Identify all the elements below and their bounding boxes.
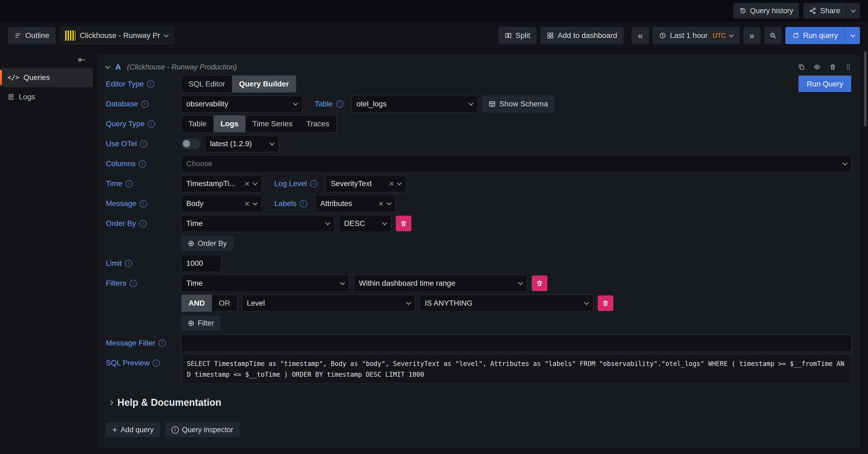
table-select[interactable]: otel_logs	[351, 95, 478, 113]
or-option[interactable]: OR	[212, 295, 237, 311]
duplicate-query-icon[interactable]	[798, 64, 805, 70]
sql-editor-option[interactable]: SQL Editor	[182, 75, 232, 92]
time-range-forward-button[interactable]: »	[743, 27, 761, 44]
query-builder-option[interactable]: Query Builder	[232, 75, 296, 92]
remove-filter2-button[interactable]	[598, 295, 613, 311]
collapse-query-icon[interactable]	[105, 64, 110, 69]
order-by-direction-select[interactable]: DESC	[339, 215, 392, 232]
database-select[interactable]: observability	[181, 95, 302, 113]
page-scrollbar[interactable]	[864, 51, 867, 126]
share-options-caret[interactable]	[846, 3, 860, 19]
row-database-table: Database i observability Table i otel_lo…	[106, 95, 852, 113]
query-ref-id[interactable]: A	[115, 62, 121, 72]
run-query-inline-button[interactable]: Run Query	[798, 75, 852, 93]
disable-query-eye-icon[interactable]	[814, 64, 820, 70]
trash-icon	[536, 280, 543, 287]
log-level-select[interactable]: SeverityText ×	[326, 175, 406, 192]
and-option[interactable]: AND	[182, 295, 212, 311]
split-button[interactable]: Split	[498, 27, 536, 44]
sidebar-item-queries[interactable]: </> Queries	[0, 68, 93, 87]
query-type-logs-option[interactable]: Logs	[214, 116, 246, 132]
remove-filter1-button[interactable]	[532, 275, 547, 291]
run-query-button[interactable]: Run query	[785, 27, 845, 44]
info-icon[interactable]: i	[125, 260, 132, 267]
plus-circle-icon: ⊕	[188, 239, 194, 247]
clear-icon[interactable]: ×	[389, 179, 394, 188]
query-type-timeseries-option[interactable]: Time Series	[246, 116, 299, 132]
remove-query-trash-icon[interactable]	[829, 64, 836, 70]
chevrons-left-icon: «	[638, 30, 643, 41]
use-otel-toggle[interactable]	[181, 139, 200, 149]
info-icon[interactable]: i	[139, 220, 147, 227]
limit-input[interactable]	[181, 255, 222, 272]
clear-icon[interactable]: ×	[244, 199, 250, 208]
show-schema-label: Show Schema	[499, 100, 548, 108]
chevron-down-icon	[270, 141, 274, 145]
info-icon[interactable]: i	[159, 339, 166, 347]
info-icon[interactable]: i	[125, 180, 133, 187]
chevron-down-icon	[584, 300, 589, 305]
info-icon[interactable]: i	[140, 200, 147, 207]
message-label: Message i	[106, 199, 181, 208]
info-icon[interactable]: i	[141, 100, 149, 108]
query-history-button[interactable]: Query history	[733, 3, 799, 19]
outline-label: Outline	[25, 31, 49, 40]
info-icon[interactable]: i	[148, 120, 155, 128]
info-icon[interactable]: i	[140, 140, 147, 148]
filter1-operator-select[interactable]: Within dashboard time range	[354, 275, 527, 292]
time-range-label: Last 1 hour	[670, 31, 708, 40]
outline-button[interactable]: Outline	[8, 27, 56, 44]
time-range-back-button[interactable]: «	[631, 27, 649, 44]
query-type-radio-group: Table Logs Time Series Traces	[181, 115, 337, 132]
query-type-table-option[interactable]: Table	[182, 116, 214, 132]
time-column-select[interactable]: TimestampTi... ×	[181, 175, 262, 192]
time-range-picker[interactable]: Last 1 hour UTC	[653, 27, 739, 44]
collapse-sidebar-icon[interactable]: ⇤	[78, 55, 86, 64]
info-icon[interactable]: i	[138, 160, 146, 168]
share-button[interactable]: Share	[803, 3, 846, 19]
show-schema-button[interactable]: Show Schema	[482, 95, 555, 113]
message-filter-input[interactable]	[181, 334, 852, 352]
history-icon	[739, 7, 746, 14]
limit-label: Limit i	[106, 259, 181, 268]
message-column-select[interactable]: Body ×	[181, 195, 262, 212]
columns-select[interactable]: Choose	[181, 155, 852, 172]
query-inspector-button[interactable]: i Query inspector	[165, 422, 240, 437]
info-icon[interactable]: i	[336, 100, 343, 108]
info-icon[interactable]: i	[147, 81, 154, 88]
info-icon[interactable]: i	[129, 280, 137, 287]
magnifier-icon	[770, 32, 776, 39]
datasource-hint: (Clickhouse - Runway Production)	[127, 63, 237, 71]
labels-column-select[interactable]: Attributes ×	[315, 195, 396, 212]
help-documentation-label: Help & Documentation	[117, 397, 221, 408]
query-type-traces-option[interactable]: Traces	[299, 116, 336, 132]
help-documentation-toggle[interactable]: Help & Documentation	[108, 397, 852, 408]
add-to-dashboard-button[interactable]: Add to dashboard	[540, 27, 624, 44]
filter2-field-select[interactable]: Level	[242, 295, 415, 312]
chevron-down-icon	[842, 160, 847, 165]
use-otel-label: Use OTel i	[106, 140, 181, 148]
remove-order-by-button[interactable]	[396, 216, 411, 231]
run-query-options-caret[interactable]	[845, 27, 860, 44]
info-icon[interactable]: i	[310, 180, 317, 187]
sidebar-item-logs[interactable]: Logs	[0, 87, 93, 107]
clear-icon[interactable]: ×	[244, 179, 250, 188]
chevron-down-icon	[850, 32, 855, 37]
otel-version-select[interactable]: latest (1.2.9)	[205, 135, 279, 152]
datasource-picker[interactable]: Clickhouse - Runway Pr	[60, 27, 174, 44]
filter2-operator-select[interactable]: IS ANYTHING	[420, 295, 593, 312]
zoom-out-time-button[interactable]	[764, 27, 782, 44]
drag-handle-icon[interactable]	[845, 64, 852, 70]
add-query-button[interactable]: + Add query	[106, 422, 160, 437]
add-filter-button[interactable]: ⊕ Filter	[181, 315, 220, 331]
add-order-by-button[interactable]: ⊕ Order By	[181, 236, 233, 251]
clear-icon[interactable]: ×	[378, 199, 384, 208]
info-icon[interactable]: i	[153, 360, 160, 367]
order-by-field-select[interactable]: Time	[181, 215, 335, 232]
row-query-type: Query Type i Table Logs Time Series Trac…	[106, 115, 852, 132]
filter1-field-select[interactable]: Time	[181, 275, 349, 292]
info-icon[interactable]: i	[300, 200, 307, 207]
row-use-otel: Use OTel i latest (1.2.9)	[106, 135, 852, 152]
code-icon: </>	[7, 74, 19, 81]
columns-label: Columns i	[106, 159, 181, 168]
